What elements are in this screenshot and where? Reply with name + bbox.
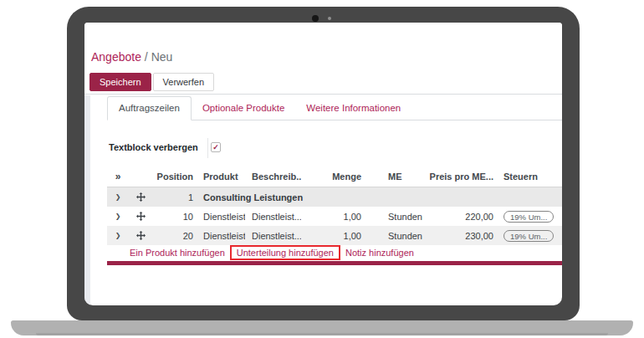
page-canvas: Angebote / Neu Speichern Verwerfen Auftr… bbox=[0, 0, 644, 338]
col-header-preis[interactable]: Preis pro ME... bbox=[423, 166, 497, 187]
tab-optionale-produkte[interactable]: Optionale Produkte bbox=[192, 97, 295, 120]
cell-me: Stunden bbox=[365, 207, 423, 226]
cell-beschreibung: Dienstleist... bbox=[245, 207, 301, 226]
webcam-icon bbox=[312, 15, 319, 22]
expand-all-icon[interactable]: » bbox=[107, 166, 129, 187]
order-lines-table: » Position Produkt Beschreib... Menge ME… bbox=[107, 166, 562, 265]
drag-handle-icon[interactable] bbox=[129, 226, 152, 245]
table-row-section[interactable]: ❯ 1 Consulting Leistungen bbox=[107, 187, 562, 207]
save-button[interactable]: Speichern bbox=[89, 73, 151, 91]
checkmark-icon: ✓ bbox=[212, 144, 219, 151]
tab-weitere-informationen[interactable]: Weitere Informationen bbox=[295, 97, 411, 120]
table-header-row: » Position Produkt Beschreib... Menge ME… bbox=[107, 166, 562, 187]
cell-produkt: Dienstleist... bbox=[197, 207, 245, 226]
cell-preis: 230,00 bbox=[423, 226, 497, 245]
section-position: 1 bbox=[152, 187, 197, 207]
expand-row-icon[interactable]: ❯ bbox=[107, 187, 129, 207]
add-note-link[interactable]: Notiz hinzufügen bbox=[345, 248, 414, 258]
tax-tag[interactable]: 19% Um... bbox=[503, 230, 554, 242]
cell-beschreibung: Dienstleist... bbox=[245, 226, 301, 245]
col-header-beschreibung[interactable]: Beschreib... bbox=[245, 166, 301, 187]
hide-textblock-label: Textblock verbergen bbox=[109, 142, 198, 152]
cell-position: 10 bbox=[152, 207, 197, 226]
cell-produkt: Dienstleist... bbox=[197, 226, 245, 245]
laptop-frame: Angebote / Neu Speichern Verwerfen Auftr… bbox=[67, 7, 580, 320]
laptop-base bbox=[11, 320, 633, 335]
breadcrumb-current: Neu bbox=[151, 50, 173, 64]
table-footer-links: Ein Produkt hinzufügen Unterteilung hinz… bbox=[107, 245, 562, 260]
app-screen: Angebote / Neu Speichern Verwerfen Auftr… bbox=[84, 23, 562, 305]
notebook-tabs: Auftragszeilen Optionale Produkte Weiter… bbox=[107, 97, 562, 120]
col-header-me[interactable]: ME bbox=[365, 166, 423, 187]
breadcrumb-separator: / bbox=[145, 50, 148, 64]
tax-tag[interactable]: 19% Um... bbox=[503, 211, 554, 223]
cell-menge: 1,00 bbox=[301, 226, 365, 245]
content-left-margin bbox=[84, 95, 90, 305]
expand-row-icon[interactable]: ❯ bbox=[107, 207, 129, 226]
section-label: Consulting Leistungen bbox=[197, 187, 562, 207]
add-product-link[interactable]: Ein Produkt hinzufügen bbox=[130, 248, 225, 258]
drag-handle-icon[interactable] bbox=[129, 207, 152, 226]
col-header-produkt[interactable]: Produkt bbox=[197, 166, 245, 187]
cell-preis: 220,00 bbox=[423, 207, 497, 226]
cell-position: 20 bbox=[152, 226, 197, 245]
cell-steuern: 19% Um... bbox=[497, 207, 562, 226]
col-header-position[interactable]: Position bbox=[152, 166, 197, 187]
cell-steuern: 19% Um... bbox=[497, 226, 562, 245]
field-separator bbox=[207, 138, 208, 158]
webcam-led-icon bbox=[328, 17, 331, 20]
col-header-steuern[interactable]: Steuern bbox=[497, 166, 562, 187]
table-row-product-10[interactable]: ❯ 10 Dienstleist... Dienstleist... 1,00 … bbox=[107, 207, 562, 226]
form-header: Angebote / Neu Speichern Verwerfen bbox=[84, 23, 562, 95]
breadcrumb-parent-link[interactable]: Angebote bbox=[91, 50, 141, 64]
drag-column-header bbox=[129, 166, 152, 187]
expand-row-icon[interactable]: ❯ bbox=[107, 226, 129, 245]
cell-menge: 1,00 bbox=[301, 207, 365, 226]
tab-auftragszeilen[interactable]: Auftragszeilen bbox=[107, 96, 192, 120]
action-buttons: Speichern Verwerfen bbox=[89, 73, 214, 91]
accent-divider-bar bbox=[107, 261, 562, 265]
cell-me: Stunden bbox=[365, 226, 423, 245]
table-row-product-20[interactable]: ❯ 20 Dienstleist... Dienstleist... 1,00 … bbox=[107, 226, 562, 245]
drag-handle-icon[interactable] bbox=[129, 187, 152, 207]
hide-textblock-checkbox[interactable]: ✓ bbox=[211, 142, 221, 152]
discard-button[interactable]: Verwerfen bbox=[153, 73, 215, 91]
breadcrumb: Angebote / Neu bbox=[91, 50, 172, 64]
col-header-menge[interactable]: Menge bbox=[301, 166, 365, 187]
add-section-link-highlighted[interactable]: Unterteilung hinzufügen bbox=[230, 245, 340, 260]
